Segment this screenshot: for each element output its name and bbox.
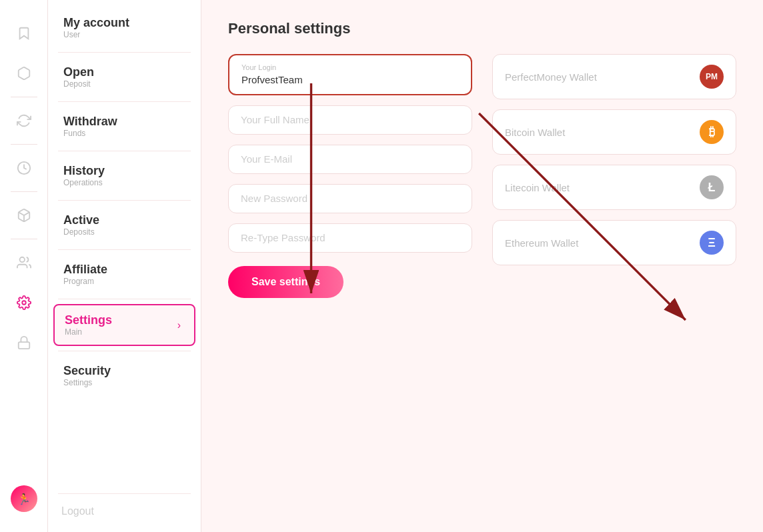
email-field — [228, 145, 472, 174]
page-title: Personal settings — [228, 20, 736, 37]
svg-point-3 — [22, 301, 26, 305]
form-left-column: Your Login Save settings — [228, 54, 472, 298]
divider-7 — [58, 351, 191, 351]
bitcoin-wallet-field[interactable]: Bitcoin Wallet ₿ — [492, 109, 736, 155]
fullname-field — [228, 105, 472, 135]
login-input[interactable] — [241, 74, 459, 85]
sidebar-item-history[interactable]: History Operations — [53, 156, 195, 195]
perfectmoney-wallet-field[interactable]: PerfectMoney Wallet PM — [492, 54, 736, 99]
retype-password-input[interactable] — [241, 232, 460, 243]
sidebar-icon-affiliate[interactable] — [0, 243, 47, 283]
logout-label[interactable]: Logout — [48, 497, 201, 525]
sidebar-icon-security[interactable] — [0, 323, 47, 363]
bitcoin-wallet-label: Bitcoin Wallet — [505, 127, 565, 138]
retype-password-field — [228, 223, 472, 253]
password-input[interactable] — [241, 193, 460, 204]
sidebar-icon-history[interactable] — [0, 148, 47, 188]
divider-2 — [58, 101, 191, 102]
chevron-right-icon: › — [177, 319, 181, 331]
sidebar-icon-active-deposits[interactable] — [0, 195, 47, 235]
sidebar-icon-bookmark[interactable] — [0, 13, 47, 53]
divider-5 — [58, 249, 191, 250]
settings-form-grid: Your Login Save settings — [228, 54, 736, 298]
litecoin-wallet-icon: Ł — [700, 175, 724, 199]
sidebar-item-withdraw[interactable]: Withdraw Funds — [53, 107, 195, 146]
sidebar-item-affiliate[interactable]: Affiliate Program — [53, 255, 195, 294]
logout-icon-button[interactable]: 🏃 — [0, 479, 47, 519]
sidebar-item-myaccount[interactable]: My account User — [53, 8, 195, 47]
password-field — [228, 184, 472, 213]
perfectmoney-wallet-icon: PM — [700, 65, 724, 89]
sidebar-icons-column: 🏃 — [0, 0, 48, 532]
sidebar-labels-column: My account User Open Deposit Withdraw Fu… — [48, 0, 201, 532]
sidebar-item-security[interactable]: Security Settings — [53, 356, 195, 395]
ethereum-wallet-field[interactable]: Ethereum Wallet Ξ — [492, 220, 736, 265]
save-settings-button[interactable]: Save settings — [228, 266, 343, 298]
divider-6 — [58, 299, 191, 299]
login-label: Your Login — [241, 63, 459, 71]
bitcoin-wallet-icon: ₿ — [700, 120, 724, 144]
fullname-input[interactable] — [241, 114, 460, 125]
sidebar-icon-settings[interactable] — [0, 283, 47, 323]
divider-bottom — [58, 493, 191, 494]
perfectmoney-wallet-label: PerfectMoney Wallet — [505, 71, 597, 83]
sidebar-item-active-deposits[interactable]: Active Deposits — [53, 205, 195, 245]
sidebar-item-settings[interactable]: Settings Main › — [53, 304, 195, 346]
sidebar-icon-open-deposit[interactable] — [0, 53, 47, 93]
litecoin-wallet-label: Litecoin Wallet — [505, 182, 570, 193]
divider-3 — [58, 151, 191, 151]
email-input[interactable] — [241, 153, 460, 165]
ethereum-wallet-label: Ethereum Wallet — [505, 237, 578, 249]
litecoin-wallet-field[interactable]: Litecoin Wallet Ł — [492, 165, 736, 210]
divider-1 — [58, 52, 191, 53]
sidebar-item-open-deposit[interactable]: Open Deposit — [53, 57, 195, 97]
ethereum-wallet-icon: Ξ — [700, 231, 724, 255]
sidebar-icon-withdraw[interactable] — [0, 101, 47, 141]
svg-rect-4 — [18, 342, 29, 349]
login-field: Your Login — [228, 54, 472, 95]
svg-point-2 — [19, 257, 24, 262]
form-right-column: PerfectMoney Wallet PM Bitcoin Wallet ₿ … — [492, 54, 736, 298]
main-content-wrapper: Personal settings Your Login — [201, 0, 763, 532]
divider-4 — [58, 200, 191, 201]
main-content: Personal settings Your Login — [201, 0, 763, 318]
